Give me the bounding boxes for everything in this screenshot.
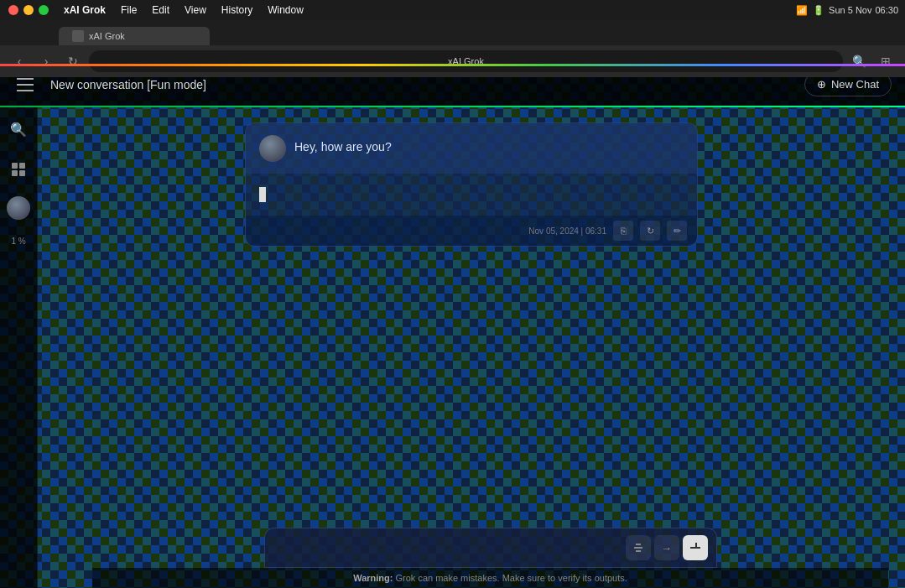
tab-title: xAI Grok: [89, 31, 125, 41]
chat-bubble-container: Hey, how are you? Nov 05, 2024 | 06:31 ⎘…: [245, 122, 698, 247]
svg-rect-3: [19, 170, 25, 176]
sidebar-percent-label: 1 %: [11, 237, 25, 246]
warning-bar: Warning: Grok can make mistakes. Make su…: [92, 568, 888, 588]
forward-button[interactable]: ›: [35, 50, 57, 72]
svg-rect-0: [12, 163, 18, 169]
close-button[interactable]: [8, 5, 18, 15]
ai-cursor: [259, 187, 266, 202]
warning-prefix: Warning:: [353, 573, 393, 583]
browser-chrome: xAI Grok ‹ › ↻ xAI Grok 🔍 ⊞: [0, 20, 905, 64]
menu-edit[interactable]: Edit: [145, 3, 176, 18]
conversation-title: New conversation [Fun mode]: [50, 78, 206, 91]
main-content: Hey, how are you? Nov 05, 2024 | 06:31 ⎘…: [38, 106, 905, 588]
user-message-text: Hey, how are you?: [294, 135, 392, 154]
svg-rect-1: [19, 163, 25, 169]
sidebar-panels[interactable]: [5, 156, 32, 183]
svg-rect-2: [12, 170, 18, 176]
browser-tab[interactable]: xAI Grok: [59, 27, 210, 45]
browser-accent-bar: [0, 64, 905, 66]
edit-message-button[interactable]: ✏: [667, 221, 687, 241]
svg-rect-7: [690, 547, 700, 549]
macos-menubar: xAI Grok File Edit View History Window 📶…: [0, 0, 905, 20]
user-avatar: [259, 135, 286, 162]
app-name-menu[interactable]: xAI Grok: [57, 3, 112, 18]
svg-rect-4: [634, 547, 642, 549]
input-container: →: [264, 528, 717, 568]
extensions-btn[interactable]: ⊞: [875, 50, 897, 72]
arrow-right-button[interactable]: →: [654, 535, 679, 560]
minimize-button[interactable]: [23, 5, 34, 15]
maximize-button[interactable]: [39, 5, 49, 15]
sidebar-search[interactable]: 🔍: [5, 116, 32, 143]
app-accent-bar: [0, 106, 905, 107]
new-chat-label: New Chat: [831, 78, 879, 91]
plus-icon: ⊕: [817, 78, 826, 91]
svg-rect-5: [636, 544, 641, 545]
menu-items: xAI Grok File Edit View History Window: [57, 3, 310, 18]
svg-rect-8: [695, 543, 697, 547]
user-message: Hey, how are you?: [246, 123, 697, 174]
search-browser-btn[interactable]: 🔍: [848, 50, 870, 72]
address-bar[interactable]: xAI Grok: [89, 50, 843, 72]
message-footer: Nov 05, 2024 | 06:31 ⎘ ↻ ✏: [246, 216, 697, 246]
traffic-lights: [0, 5, 57, 15]
tab-bar: xAI Grok: [0, 20, 905, 45]
attach-button[interactable]: [626, 535, 651, 560]
refresh-button[interactable]: ↻: [62, 50, 84, 72]
input-area: → Warning: Grok can make mistakes. Make …: [75, 519, 905, 588]
menu-file[interactable]: File: [114, 3, 143, 18]
menu-history[interactable]: History: [215, 3, 259, 18]
chat-area: Hey, how are you? Nov 05, 2024 | 06:31 ⎘…: [38, 106, 905, 588]
ai-response: [246, 174, 697, 216]
back-button[interactable]: ‹: [8, 50, 30, 72]
user-avatar-inner: [259, 135, 286, 162]
warning-text: Grok can make mistakes. Make sure to ver…: [395, 573, 627, 583]
tab-favicon: [72, 30, 84, 42]
hamburger-line-3: [17, 90, 34, 91]
hamburger-line-2: [17, 84, 34, 86]
chat-input[interactable]: [273, 535, 626, 560]
send-button[interactable]: [683, 535, 708, 560]
wifi-icon: 📶: [795, 3, 809, 17]
battery-icon: 🔋: [812, 3, 825, 17]
svg-rect-6: [636, 550, 641, 552]
hamburger-line-1: [17, 78, 34, 80]
refresh-message-button[interactable]: ↻: [640, 221, 660, 241]
menu-view[interactable]: View: [178, 3, 213, 18]
menu-window[interactable]: Window: [261, 3, 310, 18]
sidebar: 🔍 1 %: [0, 106, 38, 588]
datetime-label: Sun 5 Nov: [829, 5, 871, 15]
copy-button[interactable]: ⎘: [613, 221, 633, 241]
time-label: 06:30: [875, 5, 898, 15]
input-actions: →: [626, 535, 708, 560]
sidebar-avatar[interactable]: [7, 196, 30, 220]
message-timestamp: Nov 05, 2024 | 06:31: [528, 226, 606, 236]
menubar-right: 📶 🔋 Sun 5 Nov 06:30: [795, 3, 905, 17]
browser-toolbar: ‹ › ↻ xAI Grok 🔍 ⊞: [0, 45, 905, 77]
